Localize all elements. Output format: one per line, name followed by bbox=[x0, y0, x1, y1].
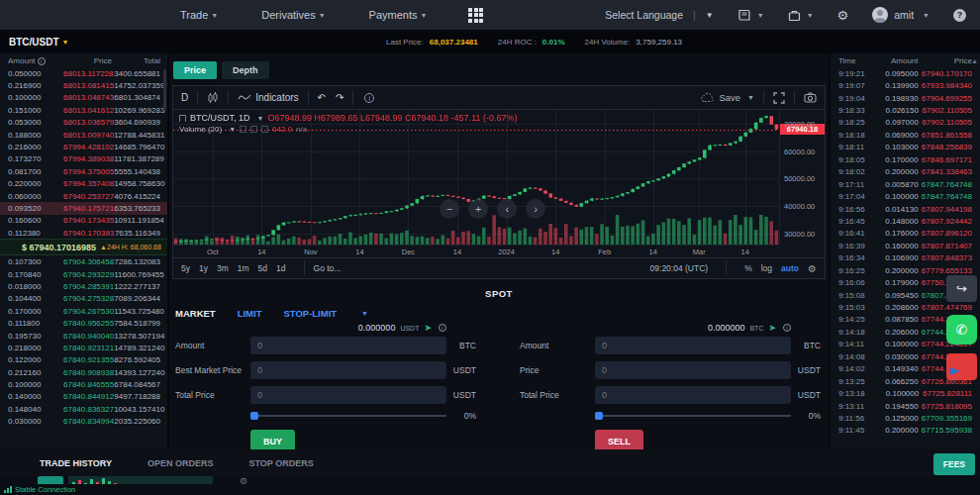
range-5y[interactable]: 5y bbox=[181, 263, 190, 273]
slider-handle[interactable] bbox=[595, 412, 603, 420]
orderbook-bid-row[interactable]: 0.17000067904.26753011543.725480 bbox=[0, 305, 167, 317]
max-fill-icon[interactable]: ➤ bbox=[424, 323, 432, 333]
orderbook-bid-row[interactable]: 0.10730067904.3064587286.132083 bbox=[0, 255, 167, 267]
zoom-out-button[interactable]: − bbox=[440, 199, 459, 219]
candlestick-plot[interactable]: BTC/USDT, 1D ▼ O67948.99 H67989.65 L6794… bbox=[173, 110, 779, 245]
max-fill-icon[interactable]: ➤ bbox=[768, 323, 776, 333]
orderbook-ask-row[interactable]: 0.21600067994.42810214685.796470 bbox=[0, 141, 167, 152]
settings-button[interactable]: ⚙ bbox=[837, 8, 849, 23]
orderbook-ask-row[interactable]: 0.06000067940.2537274076.415224 bbox=[0, 190, 167, 202]
orderbook-bid-row[interactable]: 0.10000067840.8465556784.084567 bbox=[0, 378, 167, 390]
tab-price[interactable]: Price bbox=[173, 61, 217, 79]
orderbook-ask-row[interactable]: 0.16060067940.17343510911.191854 bbox=[0, 215, 167, 227]
info-icon[interactable]: i bbox=[38, 57, 46, 65]
orderbook-bid-row[interactable]: 0.10440067904.2753287089.206344 bbox=[0, 293, 167, 305]
buy-price-input[interactable] bbox=[250, 361, 446, 379]
orders-book-menu[interactable]: ▼ bbox=[737, 9, 764, 22]
scroll-up-icon[interactable]: ▲ bbox=[971, 57, 978, 64]
orderbook-bid-row[interactable]: 0.21800067840.92312114789.321240 bbox=[0, 342, 167, 353]
tab-market[interactable]: MARKET bbox=[175, 308, 216, 319]
sell-amount-slider[interactable] bbox=[595, 415, 791, 417]
zoom-in-button[interactable]: + bbox=[468, 199, 488, 219]
time-axis[interactable]: Oct14Nov14Dec14202414Feb14Mar14 bbox=[173, 245, 779, 257]
menu-trade[interactable]: Trade▼ bbox=[180, 9, 218, 21]
sell-total-input[interactable] bbox=[595, 386, 791, 404]
user-menu[interactable]: amit ▼ bbox=[872, 7, 930, 23]
flag-icon[interactable] bbox=[179, 115, 186, 122]
share-button[interactable]: ↪ bbox=[946, 275, 977, 302]
orderbook-bid-row[interactable]: 0.03000067840.8349942035.225060 bbox=[0, 416, 167, 428]
screenshot-button[interactable] bbox=[804, 92, 817, 103]
redo-button[interactable]: ↷ bbox=[336, 92, 343, 103]
range-1d[interactable]: 1d bbox=[276, 263, 285, 273]
orderbook-bid-row[interactable]: 0.17084067904.29322911600.769455 bbox=[0, 268, 167, 280]
orderbook-bid-row[interactable]: 0.14804067840.83632710043.157410 bbox=[0, 403, 167, 415]
orderbook-ask-row[interactable]: 0.15100068013.04161210269.969283 bbox=[0, 104, 167, 116]
tab-stop-orders[interactable]: STOP ORDERS bbox=[249, 458, 314, 468]
buy-amount-slider[interactable] bbox=[250, 415, 446, 417]
chat-widget-button[interactable] bbox=[946, 353, 977, 380]
menu-payments[interactable]: Payments▼ bbox=[369, 9, 428, 21]
orderbook-ask-row[interactable]: 0.08170067994.3750055555.140438 bbox=[0, 165, 167, 177]
orderbook-bid-row[interactable]: 0.21216067840.90893814393.127240 bbox=[0, 366, 167, 378]
orderbook-ask-row[interactable]: 0.10000068013.0487436801.304874 bbox=[0, 92, 167, 104]
legend-close-icon[interactable] bbox=[261, 126, 268, 133]
sell-amount-input[interactable] bbox=[595, 337, 791, 354]
wallet-menu[interactable]: ▼ bbox=[788, 9, 814, 22]
orderbook-bid-row[interactable]: 0.11180067840.9562557584.518799 bbox=[0, 317, 167, 329]
range-1m[interactable]: 1m bbox=[238, 263, 249, 273]
indicators-button[interactable]: Indicators bbox=[238, 92, 298, 103]
scroll-left-button[interactable]: ‹ bbox=[497, 199, 517, 219]
range-1y[interactable]: 1y bbox=[199, 263, 208, 273]
price-axis[interactable]: 67940.18 70000.0060000.0050000.0040000.0… bbox=[779, 110, 825, 245]
log-scale-button[interactable]: log bbox=[761, 263, 772, 273]
legend-toggle-icon[interactable] bbox=[240, 126, 246, 133]
menu-derivatives[interactable]: Derivatives▼ bbox=[261, 9, 325, 21]
orderbook-ask-row[interactable]: 0.21690068013.08141514752.037359 bbox=[0, 79, 167, 91]
info-icon[interactable]: i bbox=[783, 324, 791, 332]
chart-info-icon[interactable]: i bbox=[362, 93, 374, 103]
pair-selector[interactable]: BTC/USDT▼ bbox=[9, 37, 69, 48]
interval-button[interactable]: D bbox=[181, 92, 188, 103]
fullscreen-button[interactable] bbox=[773, 92, 785, 104]
buy-amount-input[interactable] bbox=[250, 337, 446, 354]
clock[interactable]: 09:20:04 (UTC) bbox=[650, 263, 709, 273]
buy-total-input[interactable] bbox=[250, 386, 446, 404]
range-3m[interactable]: 3m bbox=[217, 263, 229, 273]
chart-symbol[interactable]: BTC/USDT, 1D bbox=[190, 113, 250, 123]
help-icon[interactable]: ? bbox=[953, 9, 966, 22]
language-selector[interactable]: Select Language|▼ bbox=[605, 9, 713, 21]
chevron-down-icon[interactable]: ▼ bbox=[361, 310, 368, 317]
orderbook-ask-row[interactable]: 0.17327067994.38903811781.387289 bbox=[0, 153, 167, 165]
range-5d[interactable]: 5d bbox=[258, 263, 267, 273]
apps-grid-icon[interactable] bbox=[468, 8, 483, 23]
tab-stop-limit[interactable]: STOP-LIMIT bbox=[283, 308, 337, 319]
scroll-right-button[interactable]: › bbox=[526, 199, 545, 219]
tab-limit[interactable]: LIMIT bbox=[238, 308, 262, 319]
orderbook-bid-row[interactable]: 0.14000067840.8449129497.718288 bbox=[0, 391, 167, 403]
legend-settings-icon[interactable] bbox=[250, 126, 257, 133]
tab-depth[interactable]: Depth bbox=[222, 61, 269, 79]
save-layout-button[interactable]: Save ▼ bbox=[700, 92, 754, 103]
orderbook-ask-row[interactable]: 0.09352067940.1757216353.765233 bbox=[0, 202, 167, 214]
sell-price-input[interactable] bbox=[595, 361, 791, 379]
orderbook-bid-row[interactable]: 0.12200067840.9213558276.592405 bbox=[0, 354, 167, 366]
goto-button[interactable]: Go to... bbox=[314, 263, 342, 273]
percent-scale-button[interactable]: % bbox=[744, 263, 752, 273]
orderbook-ask-row[interactable]: 0.22000067994.35740814958.758630 bbox=[0, 178, 167, 190]
whatsapp-button[interactable]: ✆ bbox=[946, 315, 977, 345]
gear-icon[interactable]: ⚙ bbox=[808, 263, 817, 274]
undo-button[interactable]: ↶ bbox=[318, 92, 326, 103]
tab-open-orders[interactable]: OPEN ORDERS bbox=[147, 458, 214, 468]
fees-button[interactable]: FEES bbox=[933, 453, 975, 475]
orderbook-ask-row[interactable]: 0.11238067940.1703937635.116349 bbox=[0, 227, 167, 239]
auto-scale-button[interactable]: auto bbox=[781, 263, 799, 273]
orderbook-scrollbar[interactable] bbox=[163, 69, 166, 111]
candle-style-button[interactable] bbox=[207, 92, 219, 104]
orderbook-bid-row[interactable]: 0.19573067840.94004013278.507194 bbox=[0, 330, 167, 342]
orderbook-ask-row[interactable]: 0.18800068013.00974012788.445831 bbox=[0, 129, 167, 141]
orderbook-bid-row[interactable]: 0.01800067904.2853911222.277137 bbox=[0, 280, 167, 292]
orderbook-ask-row[interactable]: 0.05300068013.0365793604.690939 bbox=[0, 117, 167, 129]
tab-trade-history[interactable]: TRADE HISTORY bbox=[40, 458, 112, 468]
info-icon[interactable]: i bbox=[439, 324, 446, 332]
